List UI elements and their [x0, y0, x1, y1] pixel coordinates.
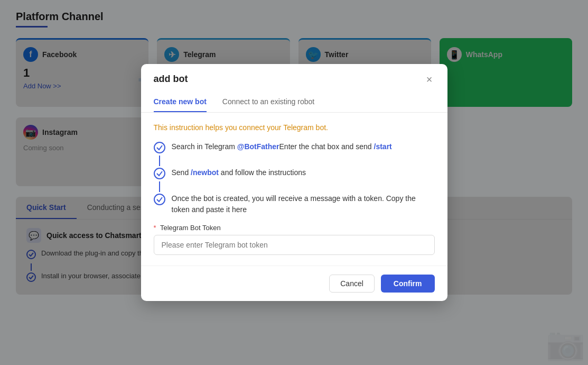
modal-tab-connect-existing[interactable]: Connect to an existing robot [222, 92, 314, 112]
modal-step-3: Once the bot is created, you will receiv… [154, 193, 435, 215]
telegram-bot-token-input[interactable] [154, 235, 435, 255]
field-label: * Telegram Bot Token [154, 224, 435, 232]
step1-check-icon [154, 142, 165, 153]
modal-tabs: Create new bot Connect to an existing ro… [141, 92, 447, 113]
step1-before: Search in Telegram [172, 142, 237, 151]
modal-tab-create-new-bot[interactable]: Create new bot [154, 92, 207, 112]
cancel-button[interactable]: Cancel [329, 275, 375, 293]
field-required-mark: * [154, 224, 156, 232]
step2-highlight: /newbot [191, 168, 219, 177]
modal-overlay: add bot × Create new bot Connect to an e… [0, 0, 588, 365]
modal-step-2: Send /newbot and follow the instructions [154, 167, 435, 179]
add-bot-modal: add bot × Create new bot Connect to an e… [141, 64, 447, 301]
modal-close-button[interactable]: × [424, 74, 435, 85]
field-label-text: Telegram Bot Token [160, 224, 221, 232]
step-connector-modal-2 [159, 181, 160, 192]
modal-header: add bot × [141, 64, 447, 85]
step2-check-icon [154, 168, 165, 179]
instruction-text: This instruction helps you connect your … [154, 123, 435, 132]
modal-title: add bot [154, 74, 188, 85]
step3-check-icon [154, 194, 165, 205]
step3-text: Once the bot is created, you will receiv… [172, 194, 416, 214]
step1-highlight1: @BotFather [237, 142, 279, 151]
step2-before: Send [172, 168, 191, 177]
modal-footer: Cancel Confirm [141, 266, 447, 301]
step3-content: Once the bot is created, you will receiv… [172, 193, 435, 215]
step2-after: and follow the instructions [219, 168, 306, 177]
step1-content: Search in Telegram @BotFatherEnter the c… [172, 141, 392, 152]
step1-highlight2: /start [374, 142, 392, 151]
step2-content: Send /newbot and follow the instructions [172, 167, 306, 178]
step1-middle: Enter the chat box and send [279, 142, 374, 151]
modal-step-1: Search in Telegram @BotFatherEnter the c… [154, 141, 435, 153]
step-connector-modal-1 [159, 156, 160, 166]
modal-body: This instruction helps you connect your … [141, 113, 447, 266]
confirm-button[interactable]: Confirm [381, 275, 435, 293]
